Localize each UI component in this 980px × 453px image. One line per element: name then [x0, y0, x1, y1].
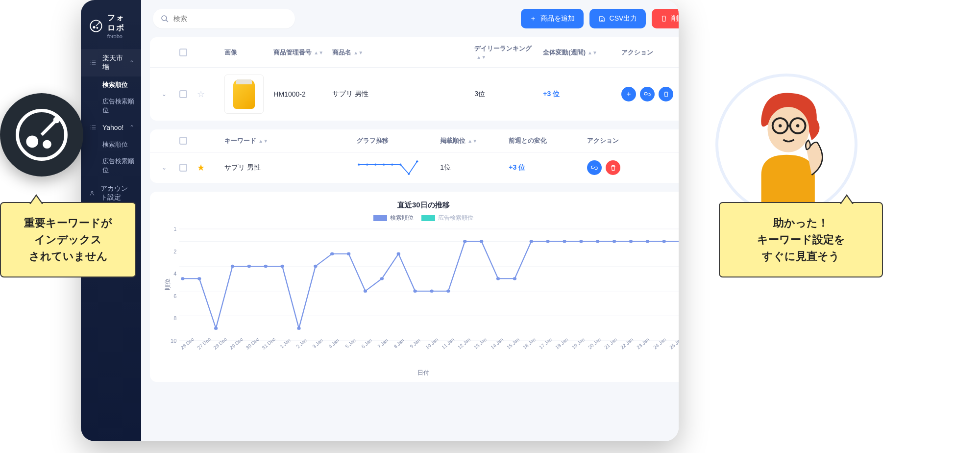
keyword-change: +3 位 [509, 163, 582, 172]
delete-action-button[interactable] [659, 87, 673, 101]
nav-section-yahoo[interactable]: Yahoo! ⌃ [81, 119, 141, 136]
delete-action-button[interactable] [606, 160, 620, 175]
brand-title: フォロボ [107, 13, 133, 33]
person-illustration [715, 74, 858, 216]
svg-point-8 [358, 164, 360, 166]
svg-point-41 [496, 277, 500, 280]
col-weekly[interactable]: 全体変動(週間)▲▼ [543, 48, 616, 57]
row-actions [587, 160, 665, 175]
plus-icon: ＋ [530, 14, 537, 23]
svg-line-57 [42, 120, 56, 135]
add-product-label: 商品を追加 [540, 14, 575, 23]
select-all-checkbox[interactable] [179, 49, 187, 56]
col-daily[interactable]: デイリーランキング▲▼ [474, 44, 538, 60]
svg-point-2 [97, 27, 98, 29]
product-row: ⌄ ☆ HM1000-2 サプリ 男性 3位 +3 位 ＋ [150, 67, 679, 121]
brand-logo-icon [90, 17, 102, 35]
expand-row-icon[interactable]: ⌄ [162, 164, 174, 171]
svg-point-12 [391, 164, 393, 166]
svg-point-24 [214, 327, 218, 329]
csv-label: CSV出力 [610, 14, 637, 23]
legend-item-disabled[interactable]: 広告検索順位 [421, 214, 473, 222]
svg-point-13 [399, 164, 401, 166]
svg-point-54 [26, 135, 38, 148]
sort-icon: ▲▼ [476, 54, 486, 60]
nav-sub-ad-rank[interactable]: 広告検索順位 [81, 93, 141, 119]
chevron-up-icon: ⌃ [129, 59, 134, 66]
svg-point-30 [314, 265, 318, 268]
nav-account-label: アカウント設定 [100, 184, 134, 202]
svg-point-34 [380, 277, 384, 280]
nav-sub-ad-rank-y[interactable]: 広告検索順位 [81, 153, 141, 178]
link-action-button[interactable] [587, 160, 602, 175]
svg-point-25 [231, 265, 234, 268]
keywords-header: キーワード▲▼ グラフ推移 掲載順位▲▼ 前週との変化 アクション [150, 129, 679, 152]
add-product-button[interactable]: ＋ 商品を追加 [521, 9, 584, 28]
svg-point-10 [374, 164, 376, 166]
svg-point-5 [91, 191, 93, 193]
sort-icon: ▲▼ [353, 50, 363, 55]
svg-point-40 [480, 240, 483, 243]
brand-subtitle: forobo [107, 33, 133, 39]
sort-icon: ▲▼ [588, 50, 597, 55]
sparkline [357, 159, 419, 176]
sort-icon: ▲▼ [467, 138, 477, 144]
y-axis-label: 順位 [164, 278, 172, 290]
product-code: HM1000-2 [273, 90, 327, 98]
svg-point-37 [430, 289, 434, 292]
product-name: サプリ 男性 [332, 90, 469, 99]
user-icon [90, 190, 95, 197]
x-axis-label: 日付 [163, 369, 679, 377]
nav-label: Yahoo! [102, 124, 123, 131]
search-icon [161, 15, 169, 23]
svg-point-63 [796, 124, 799, 127]
col-name[interactable]: 商品名▲▼ [332, 48, 469, 57]
nav-section-rakuten[interactable]: 楽天市場 ⌃ [81, 49, 141, 76]
svg-point-1 [93, 26, 95, 28]
col-keyword[interactable]: キーワード▲▼ [224, 136, 352, 145]
svg-point-46 [580, 240, 583, 243]
svg-point-28 [281, 265, 284, 268]
svg-point-36 [414, 289, 417, 292]
select-all-checkbox[interactable] [179, 137, 187, 145]
col-actions: アクション [621, 48, 679, 57]
row-checkbox[interactable] [179, 164, 187, 172]
delete-button[interactable]: 削除 [652, 9, 679, 28]
add-action-button[interactable]: ＋ [621, 87, 636, 101]
keyword-row: ⌄ ★ サプリ 男性 1位 +3 位 [150, 152, 679, 183]
col-image: 画像 [224, 48, 269, 57]
row-checkbox[interactable] [179, 90, 187, 98]
chart-title: 直近30日の推移 [163, 201, 679, 210]
keyword-rank: 1位 [440, 163, 504, 172]
col-actions: アクション [587, 136, 665, 145]
chevron-up-icon: ⌃ [129, 124, 134, 131]
search-input[interactable] [173, 15, 287, 23]
svg-point-35 [397, 252, 400, 255]
svg-point-29 [297, 327, 301, 329]
star-icon[interactable]: ☆ [197, 89, 220, 100]
svg-point-50 [646, 240, 649, 243]
link-action-button[interactable] [640, 87, 655, 101]
col-rank[interactable]: 掲載順位▲▼ [440, 136, 504, 145]
svg-point-15 [416, 160, 418, 162]
nav-sub-search-rank[interactable]: 検索順位 [81, 76, 141, 93]
star-icon[interactable]: ★ [197, 162, 220, 173]
expand-row-icon[interactable]: ⌄ [162, 91, 174, 98]
svg-point-44 [546, 240, 550, 243]
svg-point-26 [247, 265, 251, 268]
app-window: フォロボ forobo 楽天市場 ⌃ 検索順位 広告検索順位 Yahoo! ⌃ … [81, 0, 679, 441]
x-axis: 26 Dec27 Dec28 Dec29 Dec30 Dec31 Dec1 Ja… [179, 347, 679, 352]
plot-area [179, 226, 679, 344]
legend-item[interactable]: 検索順位 [373, 214, 414, 222]
sort-icon: ▲▼ [258, 138, 268, 144]
svg-point-55 [43, 140, 51, 149]
nav-sub-search-rank-y[interactable]: 検索順位 [81, 136, 141, 153]
search-input-wrap[interactable] [153, 9, 295, 28]
nav-label: 楽天市場 [102, 54, 123, 72]
svg-point-62 [779, 124, 782, 127]
svg-point-38 [447, 289, 450, 292]
svg-point-23 [197, 277, 201, 280]
col-code[interactable]: 商品管理番号▲▼ [273, 48, 327, 57]
csv-export-button[interactable]: CSV出力 [589, 9, 646, 28]
svg-point-6 [162, 16, 167, 21]
